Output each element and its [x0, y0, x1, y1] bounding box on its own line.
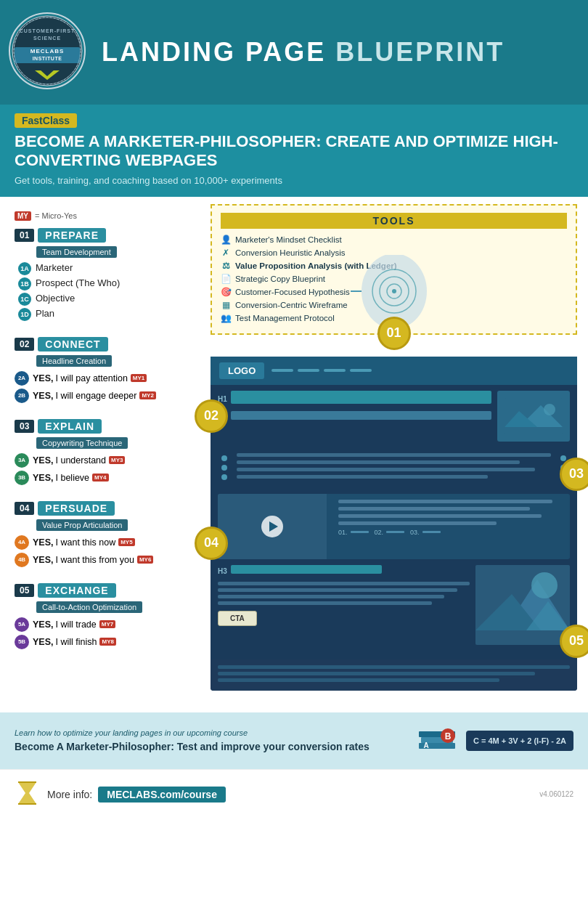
- section-01-subtitle: Team Development: [36, 246, 117, 258]
- main-content: MY = Micro-Yes 01 PREPARE Team Developme…: [0, 197, 588, 698]
- yes-item-3b: 3B YES, I believe MY4: [15, 471, 196, 485]
- yes-label-5a: YES,: [33, 619, 54, 630]
- wireframe-nav: [271, 369, 372, 372]
- wireframe: LOGO 02 H: [211, 357, 577, 691]
- logo: CUSTOMER-FIRST SCIENCE MECLABS INSTITUTE: [7, 11, 87, 94]
- tab-01-label: 01.: [338, 529, 348, 536]
- yes-text-4b: I want this from you: [56, 555, 134, 565]
- item-text-1a: Marketer: [36, 262, 73, 273]
- tool-item-1: 👤 Marketer's Mindset Checklist: [221, 235, 567, 245]
- list-item: 1C Objective: [18, 293, 196, 306]
- yes-text-5a: I will trade: [56, 619, 97, 630]
- svg-text:INSTITUTE: INSTITUTE: [33, 56, 62, 61]
- wf-icon-area: [218, 452, 231, 484]
- wf-tabs: 01. 02. 03.: [338, 529, 564, 536]
- my4-badge: MY4: [92, 474, 108, 482]
- tool-text-6: Conversion-Centric Wireframe: [235, 301, 348, 309]
- nav-line-3: [324, 369, 346, 372]
- footer-icon: [15, 779, 40, 810]
- my-label-text: = Micro-Yes: [35, 211, 77, 220]
- yes-item-2a: 2A YES, I will pay attention MY1: [15, 371, 196, 386]
- vc-line-3: [338, 514, 542, 518]
- dot-3: [221, 474, 227, 480]
- fastclass-badge: FastClass: [15, 113, 77, 128]
- svg-text:CUSTOMER-FIRST: CUSTOMER-FIRST: [20, 28, 75, 33]
- badge-3b: 3B: [15, 471, 29, 485]
- circle-num-03: 03: [560, 458, 588, 491]
- tools-title: TOOLS: [221, 213, 567, 229]
- footer-url[interactable]: MECLABS.com/course: [98, 787, 226, 803]
- subtitle-bar: FastClass BECOME A MARKETER-PHILOSOPHER:…: [0, 105, 588, 197]
- wf-video-content: 01. 02. 03.: [332, 494, 570, 559]
- svg-point-26: [531, 572, 558, 598]
- wf-play-button[interactable]: [261, 516, 283, 537]
- my-badge: MY: [15, 211, 31, 221]
- section-05: 05 EXCHANGE Call-to-Action Optimization …: [15, 583, 196, 649]
- my1-badge: MY1: [131, 374, 147, 382]
- mountain-svg: [505, 398, 563, 434]
- wf-h3-bar: [231, 565, 382, 574]
- list-item: 1B Prospect (The Who): [18, 277, 196, 290]
- tab-03-line: [422, 531, 441, 533]
- vc-line-1: [338, 500, 552, 503]
- promo-title: Become A Marketer-Philosopher: Test and …: [15, 740, 404, 753]
- dot-1: [221, 455, 227, 461]
- my5-badge: MY5: [118, 538, 134, 546]
- section-01-header: 01 PREPARE: [15, 228, 196, 243]
- section-05-header: 05 EXCHANGE: [15, 583, 196, 598]
- my2-badge: MY2: [139, 391, 155, 399]
- nav-line-2: [298, 369, 319, 372]
- page-title: LANDING PAGE BLUEPRINT: [102, 37, 505, 68]
- section-02-title: CONNECT: [38, 337, 107, 352]
- vc-line-4: [338, 521, 497, 525]
- wf-content-lines-03: [237, 447, 551, 488]
- tool-text-5: Customer-Focused Hypothesis: [235, 288, 350, 296]
- yes-text-3a: I understand: [56, 455, 107, 466]
- wf-cta-area: H3 CTA: [218, 565, 470, 648]
- list-item: 1D Plan: [18, 308, 196, 321]
- tool-text-2: Conversion Heuristic Analysis: [235, 248, 345, 257]
- badge-2a: 2A: [15, 371, 29, 386]
- circle-num-04: 04: [195, 527, 228, 560]
- tool-text-7: Test Management Protocol: [235, 314, 335, 322]
- yes-item-5a: 5A YES, I will trade MY7: [15, 617, 196, 632]
- badge-2b: 2B: [15, 389, 29, 403]
- section-03: 03 EXPLAIN Copywriting Technique 3A YES,…: [15, 419, 196, 485]
- wf-headline-area: H1 H2: [218, 391, 491, 420]
- yes-label-4b: YES,: [33, 555, 54, 565]
- promo-subtext: Learn how to optimize your landing pages…: [15, 728, 404, 737]
- nav-line-1: [271, 369, 293, 372]
- chart-icon: ✗: [221, 248, 231, 258]
- play-triangle-icon: [269, 521, 278, 532]
- badge-4a: 4A: [15, 535, 29, 550]
- wf-cta-button[interactable]: CTA: [218, 611, 257, 626]
- wf-section-04: 01. 02. 03.: [218, 494, 570, 559]
- circle-num-01: 01: [377, 317, 411, 350]
- micro-yes-label: MY = Micro-Yes: [15, 211, 196, 221]
- my6-badge: MY6: [137, 556, 153, 564]
- my8-badge: MY8: [99, 638, 115, 646]
- promo-text: Learn how to optimize your landing pages…: [15, 728, 404, 753]
- logo-svg: CUSTOMER-FIRST SCIENCE MECLABS INSTITUTE: [7, 11, 87, 91]
- tab-01-line: [351, 531, 369, 533]
- section-03-header: 03 EXPLAIN: [15, 419, 196, 434]
- item-text-1d: Plan: [36, 308, 54, 319]
- header-title-area: LANDING PAGE BLUEPRINT: [102, 37, 505, 68]
- yes-item-5b: 5B YES, I will finish MY8: [15, 635, 196, 649]
- books-svg: B A: [415, 721, 459, 757]
- dot-2: [221, 465, 227, 471]
- content-line-4: [237, 475, 488, 479]
- section-05-subtitle: Call-to-Action Optimization: [36, 601, 142, 613]
- wf-section-05: H3 CTA: [218, 565, 570, 648]
- badge-4b: 4B: [15, 553, 29, 567]
- yes-label-3a: YES,: [33, 455, 54, 466]
- footer-more-text: More info:: [47, 789, 92, 800]
- people-icon: 👥: [221, 313, 231, 323]
- section-04-subtitle: Value Prop Articulation: [36, 519, 128, 531]
- yes-item-3a: 3A YES, I understand MY3: [15, 453, 196, 468]
- wf-section-02: H1 H2: [218, 391, 570, 442]
- wf-hero-image: [497, 391, 570, 442]
- section-04-header: 04 PERSUADE: [15, 501, 196, 516]
- section-05-num: 05: [15, 584, 34, 597]
- section-04-title: PERSUADE: [38, 501, 115, 516]
